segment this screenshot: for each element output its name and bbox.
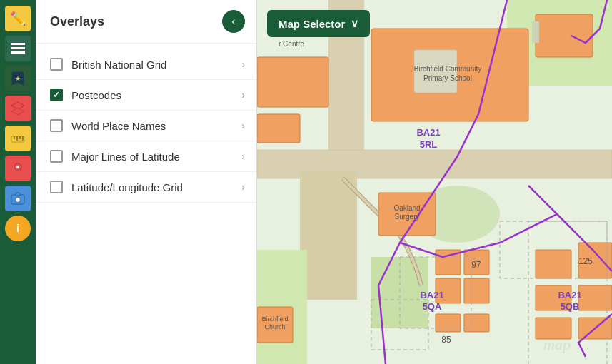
collapse-button[interactable]: ‹ bbox=[222, 10, 245, 33]
map-canvas: BA21 5RL BA21 5QA BA21 5QB 97 125 85 Bir… bbox=[257, 0, 612, 364]
chevron-world-place-names: › bbox=[241, 120, 245, 131]
svg-text:★: ★ bbox=[15, 75, 21, 82]
overlay-label-british-national-grid: British National Grid bbox=[71, 59, 166, 71]
svg-rect-37 bbox=[436, 314, 461, 332]
sidebar: ✏️ ★ bbox=[0, 0, 36, 364]
svg-text:BA21: BA21 bbox=[416, 127, 440, 138]
overlay-item-major-lines-of-latitude[interactable]: Major Lines of Latitude › bbox=[36, 141, 256, 172]
info-icon[interactable]: i bbox=[5, 216, 31, 241]
overlay-item-postcodes[interactable]: Postcodes › bbox=[36, 80, 256, 111]
lines-icon[interactable] bbox=[5, 36, 31, 61]
overlays-title: Overlays bbox=[50, 14, 104, 29]
svg-text:i: i bbox=[16, 223, 19, 234]
svg-text:Primary School: Primary School bbox=[423, 74, 472, 82]
svg-rect-6 bbox=[11, 136, 24, 142]
overlay-label-latitude-longitude-grid: Latitude/Longitude Grid bbox=[71, 181, 183, 193]
svg-text:BA21: BA21 bbox=[420, 290, 443, 300]
layers-icon[interactable] bbox=[5, 96, 31, 121]
overlays-panel: Overlays ‹ British National Grid › Postc… bbox=[36, 0, 257, 364]
svg-rect-36 bbox=[464, 278, 489, 303]
overlay-list: British National Grid › Postcodes › Worl… bbox=[36, 44, 256, 208]
overlay-label-world-place-names: World Place Names bbox=[71, 120, 166, 132]
svg-text:5QA: 5QA bbox=[423, 301, 442, 312]
svg-text:map: map bbox=[543, 335, 571, 353]
svg-text:125: 125 bbox=[578, 256, 593, 266]
bookmark-star-icon[interactable]: ★ bbox=[5, 66, 31, 91]
svg-point-15 bbox=[16, 198, 21, 203]
overlay-item-world-place-names[interactable]: World Place Names › bbox=[36, 111, 256, 141]
svg-rect-22 bbox=[300, 171, 357, 300]
svg-rect-29 bbox=[536, 14, 593, 57]
overlay-label-postcodes: Postcodes bbox=[71, 89, 121, 101]
overlay-label-major-lines-of-latitude: Major Lines of Latitude bbox=[71, 151, 180, 163]
svg-text:Surgery: Surgery bbox=[394, 213, 419, 221]
checkbox-latitude-longitude-grid[interactable] bbox=[50, 181, 63, 193]
checkbox-british-national-grid[interactable] bbox=[50, 58, 63, 71]
svg-point-12 bbox=[16, 166, 19, 168]
svg-text:Church: Church bbox=[264, 323, 285, 330]
chevron-major-lines-of-latitude: › bbox=[241, 151, 245, 162]
svg-rect-0 bbox=[11, 43, 25, 45]
svg-text:BA21: BA21 bbox=[558, 290, 581, 300]
pin-icon[interactable] bbox=[5, 156, 31, 181]
map-area[interactable]: Map Selector ∨ bbox=[257, 0, 612, 364]
map-selector-button[interactable]: Map Selector ∨ bbox=[267, 10, 370, 37]
svg-text:5RL: 5RL bbox=[420, 139, 438, 150]
svg-marker-5 bbox=[11, 108, 24, 115]
camera-icon[interactable] bbox=[5, 186, 31, 211]
chevron-down-icon: ∨ bbox=[351, 17, 358, 30]
svg-text:Birchfield: Birchfield bbox=[261, 315, 288, 323]
svg-rect-30 bbox=[532, 21, 539, 43]
checkbox-postcodes[interactable] bbox=[50, 89, 63, 101]
svg-rect-31 bbox=[257, 57, 328, 107]
checkbox-major-lines-of-latitude[interactable] bbox=[50, 150, 63, 163]
chevron-british-national-grid: › bbox=[241, 59, 245, 70]
checkbox-world-place-names[interactable] bbox=[50, 119, 63, 132]
svg-rect-39 bbox=[536, 250, 571, 278]
svg-rect-38 bbox=[464, 314, 489, 332]
svg-text:97: 97 bbox=[471, 260, 481, 270]
chevron-postcodes: › bbox=[241, 89, 245, 101]
svg-rect-16 bbox=[16, 193, 20, 196]
overlay-item-british-national-grid[interactable]: British National Grid › bbox=[36, 49, 256, 80]
chevron-latitude-longitude-grid: › bbox=[241, 181, 245, 193]
svg-text:Birchfield Community: Birchfield Community bbox=[414, 65, 481, 73]
svg-text:Oakland: Oakland bbox=[393, 204, 420, 212]
svg-text:5QB: 5QB bbox=[561, 301, 580, 312]
pencil-icon[interactable]: ✏️ bbox=[5, 6, 31, 31]
ruler-icon[interactable] bbox=[5, 126, 31, 151]
svg-rect-32 bbox=[257, 114, 300, 143]
overlay-item-latitude-longitude-grid[interactable]: Latitude/Longitude Grid › bbox=[36, 172, 256, 203]
svg-rect-1 bbox=[11, 47, 25, 49]
svg-text:85: 85 bbox=[441, 335, 451, 345]
svg-rect-2 bbox=[11, 51, 25, 54]
svg-text:r Centre: r Centre bbox=[279, 40, 305, 48]
overlays-header: Overlays ‹ bbox=[36, 0, 256, 44]
